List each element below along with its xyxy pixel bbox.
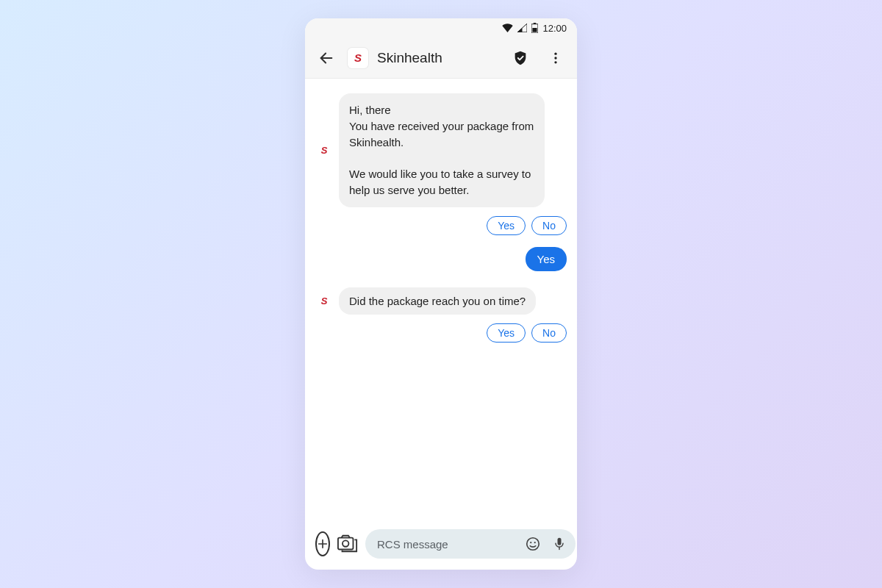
- camera-button[interactable]: [337, 531, 358, 556]
- chat-header: S Skinhealth: [305, 37, 577, 79]
- incoming-message-row: S Hi, there You have received your packa…: [315, 93, 567, 207]
- sender-avatar-icon: S: [315, 141, 333, 159]
- svg-point-5: [554, 57, 556, 59]
- outgoing-message-row: Yes: [315, 247, 567, 271]
- svg-point-11: [527, 538, 539, 551]
- message-input[interactable]: [377, 538, 517, 551]
- svg-point-4: [554, 52, 556, 54]
- message-input-container: [365, 529, 576, 559]
- mic-button[interactable]: [549, 534, 570, 554]
- incoming-message-row: S Did the package reach you on time?: [315, 287, 567, 315]
- svg-rect-14: [558, 538, 562, 545]
- back-button[interactable]: [312, 44, 340, 72]
- add-button[interactable]: [315, 531, 330, 556]
- battery-icon: [531, 23, 538, 33]
- status-time: 12:00: [542, 23, 567, 34]
- incoming-message: Hi, there You have received your package…: [339, 93, 545, 207]
- suggested-replies: Yes No: [315, 216, 567, 235]
- svg-point-10: [343, 540, 348, 546]
- wifi-icon: [502, 24, 513, 32]
- status-bar: 12:00: [305, 18, 577, 37]
- chat-title: Skinhealth: [377, 50, 499, 66]
- emoji-button[interactable]: [523, 534, 543, 554]
- svg-point-12: [530, 542, 531, 543]
- reply-chip-no[interactable]: No: [531, 323, 567, 343]
- svg-rect-1: [534, 23, 537, 24]
- chat-body: S Hi, there You have received your packa…: [305, 79, 577, 526]
- phone-frame: 12:00 S Skinhealth S Hi, there You have …: [305, 18, 577, 570]
- brand-avatar: S: [348, 48, 368, 68]
- more-options-button[interactable]: [542, 44, 570, 72]
- svg-rect-2: [533, 28, 537, 32]
- svg-point-6: [554, 61, 556, 63]
- reply-chip-yes[interactable]: Yes: [487, 216, 526, 235]
- composer: [305, 526, 577, 570]
- signal-icon: [517, 24, 527, 32]
- reply-chip-no[interactable]: No: [531, 216, 567, 235]
- svg-point-13: [534, 542, 536, 543]
- suggested-replies: Yes No: [315, 323, 567, 343]
- svg-rect-9: [338, 538, 354, 550]
- sender-avatar-icon: S: [315, 292, 333, 309]
- verified-shield-icon[interactable]: [506, 44, 534, 72]
- incoming-message: Did the package reach you on time?: [339, 287, 536, 315]
- outgoing-message: Yes: [526, 247, 567, 271]
- reply-chip-yes[interactable]: Yes: [487, 323, 526, 343]
